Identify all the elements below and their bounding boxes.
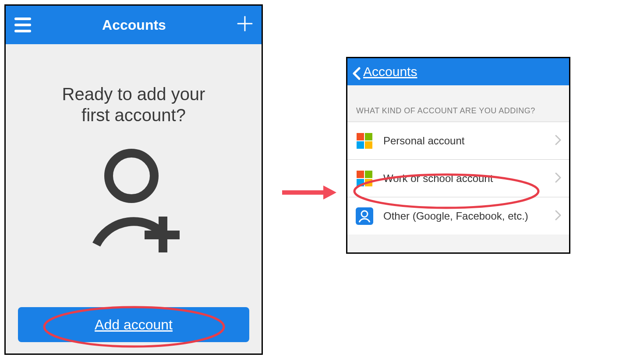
chevron-right-icon [555, 135, 561, 147]
svg-point-4 [361, 211, 368, 217]
chevron-right-icon [555, 210, 561, 222]
svg-point-0 [109, 153, 154, 199]
empty-state-body: Ready to add your first account? Add acc… [6, 44, 262, 354]
back-chevron-icon [352, 67, 361, 77]
other-account-icon [355, 207, 374, 225]
microsoft-logo-icon [355, 132, 374, 150]
row-personal-account[interactable]: Personal account [347, 122, 569, 159]
empty-line1: Ready to add your [62, 84, 205, 105]
add-icon[interactable] [237, 15, 253, 35]
annotation-arrow-icon [280, 184, 333, 201]
row-work-school-account[interactable]: Work or school account [347, 159, 569, 197]
empty-line2: first account? [62, 105, 205, 126]
row-other-label: Other (Google, Facebook, etc.) [383, 210, 555, 222]
account-type-screen: Accounts WHAT KIND OF ACCOUNT ARE YOU AD… [346, 57, 570, 254]
app-header: Accounts [6, 6, 262, 44]
chevron-right-icon [555, 172, 561, 185]
person-add-icon [88, 147, 180, 252]
back-header[interactable]: Accounts [347, 58, 569, 85]
microsoft-logo-icon [355, 169, 374, 188]
hamburger-menu-icon[interactable] [14, 18, 31, 32]
header-title: Accounts [102, 17, 166, 33]
account-type-body: WHAT KIND OF ACCOUNT ARE YOU ADDING? Per… [347, 85, 569, 252]
section-header: WHAT KIND OF ACCOUNT ARE YOU ADDING? [347, 85, 569, 122]
row-work-label: Work or school account [383, 172, 555, 185]
empty-state-heading: Ready to add your first account? [62, 84, 205, 126]
row-personal-label: Personal account [383, 135, 555, 147]
add-account-button[interactable]: Add account [18, 307, 249, 342]
back-label: Accounts [363, 64, 417, 79]
svg-marker-3 [323, 186, 336, 200]
row-other-account[interactable]: Other (Google, Facebook, etc.) [347, 197, 569, 234]
accounts-empty-screen: Accounts Ready to add your first account… [4, 4, 263, 355]
add-account-label: Add account [95, 317, 173, 333]
